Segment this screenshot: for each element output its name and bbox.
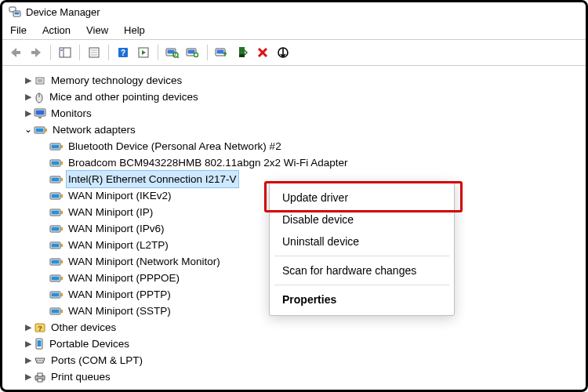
toolbar-separator <box>79 45 80 60</box>
menu-help[interactable]: Help <box>124 24 145 36</box>
svg-rect-37 <box>38 117 42 118</box>
svg-rect-73 <box>60 310 63 313</box>
menubar: File Action View Help <box>2 21 586 39</box>
svg-rect-83 <box>38 379 42 382</box>
devmgr-icon <box>9 5 21 18</box>
ctx-update-driver[interactable]: Update driver <box>270 187 454 209</box>
printer-icon <box>34 372 46 383</box>
forward-button[interactable] <box>27 44 45 61</box>
svg-rect-58 <box>60 227 63 230</box>
tree-label: Memory technology devices <box>49 72 183 89</box>
menu-file[interactable]: File <box>10 24 27 36</box>
svg-rect-45 <box>52 161 60 165</box>
unknown-device-icon: ? <box>34 322 46 333</box>
svg-rect-48 <box>52 177 60 181</box>
svg-rect-5 <box>60 48 71 57</box>
toolbar-separator <box>207 45 208 60</box>
tree-item-network-adapters[interactable]: ⌄ Network adapters <box>7 122 581 138</box>
help-button[interactable]: ? <box>114 44 132 61</box>
tree-label: Monitors <box>49 105 93 122</box>
network-adapter-icon <box>34 125 48 136</box>
svg-rect-51 <box>52 194 60 198</box>
chevron-down-icon: ⌄ <box>23 122 34 138</box>
chevron-right-icon: ▶ <box>23 368 34 385</box>
ctx-scan-hardware[interactable]: Scan for hardware changes <box>270 260 454 281</box>
svg-rect-36 <box>36 110 45 114</box>
action-button[interactable] <box>135 44 152 61</box>
network-adapter-icon <box>49 223 64 234</box>
chevron-right-icon: ▶ <box>23 89 34 105</box>
network-adapter-icon <box>49 191 64 201</box>
svg-rect-7 <box>61 49 63 51</box>
back-button[interactable] <box>7 44 24 61</box>
chip-icon <box>34 75 46 86</box>
port-icon <box>34 355 46 366</box>
disable-device-button[interactable] <box>274 44 292 61</box>
context-separator <box>274 256 449 256</box>
network-adapter-icon <box>49 273 64 284</box>
window-title: Device Manager <box>26 6 100 18</box>
uninstall-device-button[interactable] <box>254 44 271 61</box>
enable-device-button[interactable] <box>234 44 251 61</box>
tree-label: WAN Miniport (Network Monitor) <box>67 253 222 270</box>
network-adapter-icon <box>49 289 64 300</box>
network-adapter-icon <box>49 141 64 152</box>
titlebar: Device Manager <box>2 2 586 21</box>
tree-label: Print queues <box>49 368 112 385</box>
svg-rect-54 <box>52 210 60 214</box>
svg-rect-82 <box>38 373 42 376</box>
svg-rect-26 <box>239 47 245 54</box>
ctx-uninstall-device[interactable]: Uninstall device <box>270 230 454 252</box>
tree-label: Intel(R) Ethernet Connection I217-V <box>67 171 238 187</box>
tree-item-monitors[interactable]: ▶ Monitors <box>7 105 581 122</box>
tree-item-broadcom[interactable]: Broadcom BCM943228HMB 802.11abgn 2x2 Wi-… <box>7 154 581 171</box>
show-hide-tree-button[interactable] <box>56 44 74 61</box>
svg-rect-64 <box>60 260 63 263</box>
tree-label: Broadcom BCM943228HMB 802.11abgn 2x2 Wi-… <box>67 154 349 171</box>
svg-rect-49 <box>60 178 63 181</box>
tree-item-memory-tech[interactable]: ▶ Memory technology devices <box>7 72 581 89</box>
svg-rect-67 <box>60 277 63 280</box>
menu-view[interactable]: View <box>86 24 108 36</box>
chevron-right-icon: ▶ <box>23 105 34 122</box>
mouse-icon <box>34 91 45 103</box>
chevron-right-icon: ▶ <box>23 336 34 352</box>
scan-hardware-button[interactable] <box>164 44 181 61</box>
svg-rect-43 <box>60 145 63 148</box>
properties-button[interactable] <box>85 44 103 61</box>
portable-device-icon <box>34 338 45 350</box>
network-adapter-icon <box>49 158 64 169</box>
tree-item-print-queues[interactable]: ▶ Print queues <box>7 368 581 385</box>
toolbar-separator <box>50 45 51 60</box>
tree-item-portable-devices[interactable]: ▶ Portable Devices <box>7 336 581 352</box>
add-legacy-button[interactable] <box>184 44 201 61</box>
svg-rect-25 <box>217 50 224 54</box>
network-adapter-icon <box>49 306 64 317</box>
tree-item-ports[interactable]: ▶ Ports (COM & LPT) <box>7 352 581 368</box>
tree-label: Ports (COM & LPT) <box>49 352 144 368</box>
ctx-disable-device[interactable]: Disable device <box>270 209 454 230</box>
svg-text:?: ? <box>38 325 42 332</box>
update-driver-button[interactable] <box>213 44 230 61</box>
tree-item-mice[interactable]: ▶ Mice and other pointing devices <box>7 89 581 105</box>
monitor-icon <box>34 108 46 119</box>
svg-rect-3 <box>16 51 20 54</box>
svg-rect-55 <box>60 211 63 214</box>
tree-label: WAN Miniport (SSTP) <box>67 303 172 319</box>
ctx-properties[interactable]: Properties <box>270 289 454 310</box>
menu-action[interactable]: Action <box>42 24 71 36</box>
network-adapter-icon <box>49 207 64 218</box>
tree-label: WAN Miniport (IKEv2) <box>67 187 173 204</box>
toolbar-separator <box>158 45 158 60</box>
chevron-right-icon: ▶ <box>23 72 34 89</box>
tree-item-bluetooth[interactable]: Bluetooth Device (Personal Area Network)… <box>7 138 581 154</box>
svg-rect-2 <box>15 13 20 15</box>
tree-label: WAN Miniport (IP) <box>67 204 154 220</box>
svg-rect-70 <box>60 293 63 296</box>
svg-point-78 <box>37 360 38 361</box>
tree-item-other-devices[interactable]: ▶ ? Other devices <box>7 319 581 336</box>
svg-rect-32 <box>38 79 42 82</box>
network-adapter-icon <box>49 240 64 251</box>
svg-rect-66 <box>52 276 60 280</box>
svg-rect-72 <box>52 309 60 313</box>
